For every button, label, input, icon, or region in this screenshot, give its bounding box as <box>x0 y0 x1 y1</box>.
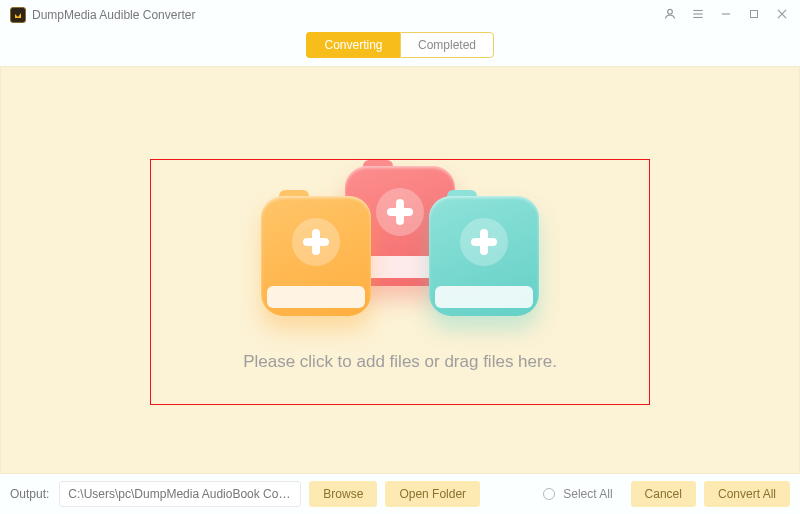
tab-bar: Converting Completed <box>0 26 800 66</box>
plus-icon <box>376 188 424 236</box>
book-icon-teal <box>429 196 539 316</box>
maximize-icon[interactable] <box>746 7 762 24</box>
select-all-toggle[interactable]: Select All <box>543 487 612 501</box>
plus-icon <box>292 218 340 266</box>
open-folder-button[interactable]: Open Folder <box>385 481 480 507</box>
plus-icon <box>460 218 508 266</box>
output-path-field[interactable] <box>59 481 301 507</box>
stage: Please click to add files or drag files … <box>0 66 800 474</box>
dropzone-hint: Please click to add files or drag files … <box>243 352 557 372</box>
minimize-icon[interactable] <box>718 7 734 24</box>
cancel-button[interactable]: Cancel <box>631 481 696 507</box>
radio-icon <box>543 488 555 500</box>
tab-converting[interactable]: Converting <box>306 32 400 58</box>
book-icon-orange <box>261 196 371 316</box>
tab-completed[interactable]: Completed <box>400 32 494 58</box>
select-all-label: Select All <box>563 487 612 501</box>
app-title: DumpMedia Audible Converter <box>32 8 195 22</box>
output-label: Output: <box>10 487 49 501</box>
title-bar: DumpMedia Audible Converter <box>0 0 800 26</box>
close-icon[interactable] <box>774 7 790 24</box>
menu-icon[interactable] <box>690 7 706 24</box>
convert-all-button[interactable]: Convert All <box>704 481 790 507</box>
dropzone[interactable]: Please click to add files or drag files … <box>150 159 650 405</box>
browse-button[interactable]: Browse <box>309 481 377 507</box>
app-icon <box>10 7 26 23</box>
svg-point-0 <box>668 9 673 14</box>
svg-rect-5 <box>751 10 758 17</box>
add-files-illustration <box>255 166 545 326</box>
bottom-bar: Output: Browse Open Folder Select All Ca… <box>0 474 800 514</box>
account-icon[interactable] <box>662 7 678 24</box>
